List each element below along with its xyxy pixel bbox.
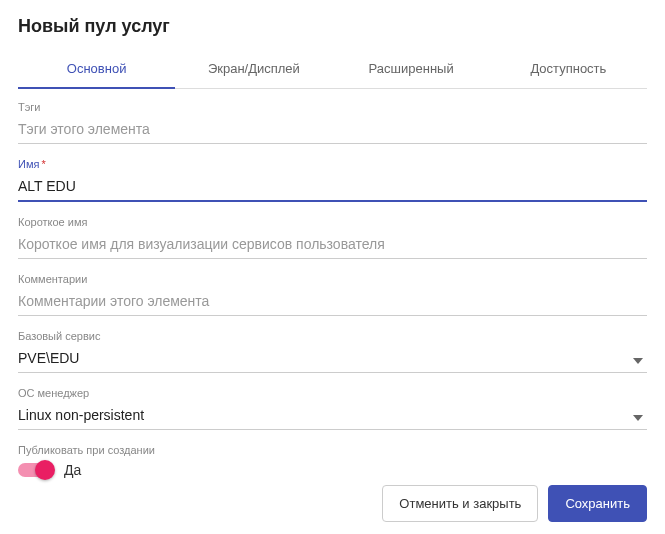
publish-toggle[interactable] — [18, 463, 52, 477]
publish-label: Публиковать при создании — [18, 444, 647, 456]
shortname-input[interactable] — [18, 230, 647, 259]
osmanager-select[interactable] — [18, 401, 647, 430]
comments-label: Комментарии — [18, 273, 647, 285]
field-shortname: Короткое имя — [18, 216, 647, 259]
name-label: Имя* — [18, 158, 647, 170]
osmanager-label: ОС менеджер — [18, 387, 647, 399]
baseservice-select[interactable] — [18, 344, 647, 373]
tab-main[interactable]: Основной — [18, 51, 175, 88]
save-button[interactable]: Сохранить — [548, 485, 647, 522]
field-comments: Комментарии — [18, 273, 647, 316]
dialog-title: Новый пул услуг — [18, 16, 647, 37]
name-input[interactable] — [18, 172, 647, 202]
tab-display[interactable]: Экран/Дисплей — [175, 51, 332, 88]
tab-availability[interactable]: Доступность — [490, 51, 647, 88]
tabs: Основной Экран/Дисплей Расширенный Досту… — [18, 51, 647, 89]
cancel-button[interactable]: Отменить и закрыть — [382, 485, 538, 522]
field-name: Имя* — [18, 158, 647, 202]
baseservice-label: Базовый сервис — [18, 330, 647, 342]
publish-state: Да — [64, 462, 81, 478]
required-star-icon: * — [41, 158, 45, 170]
field-tags: Тэги — [18, 101, 647, 144]
toggle-knob-icon — [35, 460, 55, 480]
field-osmanager: ОС менеджер — [18, 387, 647, 430]
tab-advanced[interactable]: Расширенный — [333, 51, 490, 88]
tags-input[interactable] — [18, 115, 647, 144]
field-publish: Публиковать при создании Да — [18, 444, 647, 478]
shortname-label: Короткое имя — [18, 216, 647, 228]
comments-input[interactable] — [18, 287, 647, 316]
dialog-footer: Отменить и закрыть Сохранить — [382, 485, 647, 522]
field-baseservice: Базовый сервис — [18, 330, 647, 373]
tags-label: Тэги — [18, 101, 647, 113]
